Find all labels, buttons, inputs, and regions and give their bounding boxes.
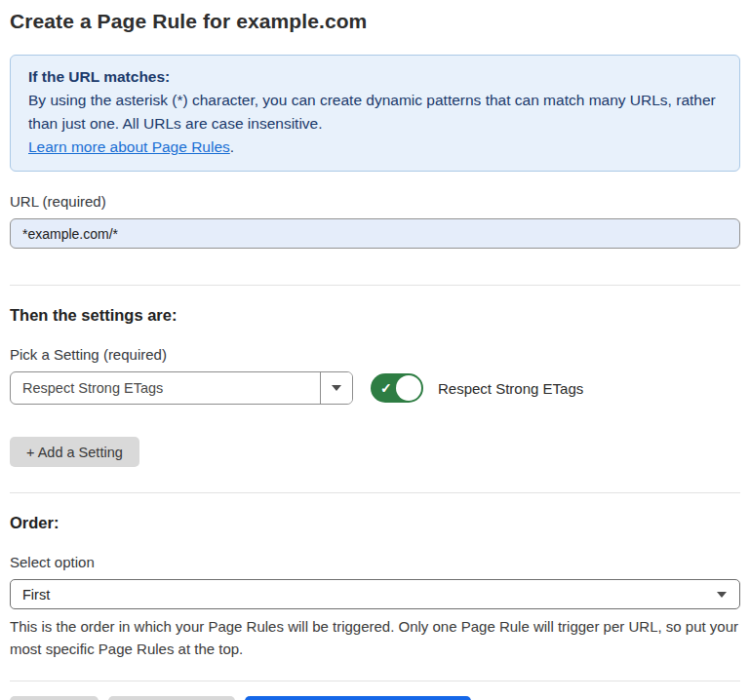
pick-setting-label: Pick a Setting (required) <box>10 346 740 363</box>
url-label: URL (required) <box>10 193 740 210</box>
check-icon: ✓ <box>380 381 392 395</box>
order-help-text: This is the order in which your Page Rul… <box>10 616 739 660</box>
order-select-value: First <box>11 580 704 608</box>
save-as-draft-button[interactable]: Save as Draft <box>108 696 235 700</box>
order-select-arrow <box>704 580 739 608</box>
order-select[interactable]: First <box>10 579 740 609</box>
page-title: Create a Page Rule for example.com <box>10 10 740 33</box>
action-buttons: Cancel Save as Draft Save and Deploy Pag… <box>10 696 740 700</box>
info-box-link-line: Learn more about Page Rules. <box>28 136 722 159</box>
setting-select[interactable]: Respect Strong ETags <box>10 371 353 405</box>
link-suffix: . <box>230 138 234 155</box>
etags-toggle-label: Respect Strong ETags <box>438 380 583 397</box>
section-divider <box>10 681 740 681</box>
order-heading: Order: <box>10 514 740 532</box>
settings-heading: Then the settings are: <box>10 306 740 325</box>
etags-toggle-group: ✓ Respect Strong ETags <box>371 373 583 403</box>
etags-toggle[interactable]: ✓ <box>371 373 423 403</box>
cancel-button[interactable]: Cancel <box>10 696 99 700</box>
url-match-info-box: If the URL matches: By using the asteris… <box>10 55 740 172</box>
create-page-rule-form: Create a Page Rule for example.com If th… <box>0 0 750 700</box>
learn-more-link[interactable]: Learn more about Page Rules <box>28 138 230 155</box>
setting-select-arrow-box[interactable] <box>320 372 352 404</box>
chevron-down-icon <box>717 592 727 598</box>
save-and-deploy-button[interactable]: Save and Deploy Page Rule <box>245 696 471 700</box>
add-setting-button[interactable]: + Add a Setting <box>10 437 139 467</box>
setting-row: Respect Strong ETags ✓ Respect Strong ET… <box>10 371 740 405</box>
section-divider <box>10 492 740 493</box>
url-input[interactable] <box>10 218 740 249</box>
order-select-label: Select option <box>10 554 740 570</box>
setting-select-value: Respect Strong ETags <box>11 372 320 404</box>
info-box-heading: If the URL matches: <box>28 65 722 89</box>
chevron-down-icon <box>332 385 341 391</box>
info-box-body: By using the asterisk (*) character, you… <box>28 89 722 136</box>
section-divider <box>10 285 740 286</box>
toggle-knob <box>396 375 421 401</box>
